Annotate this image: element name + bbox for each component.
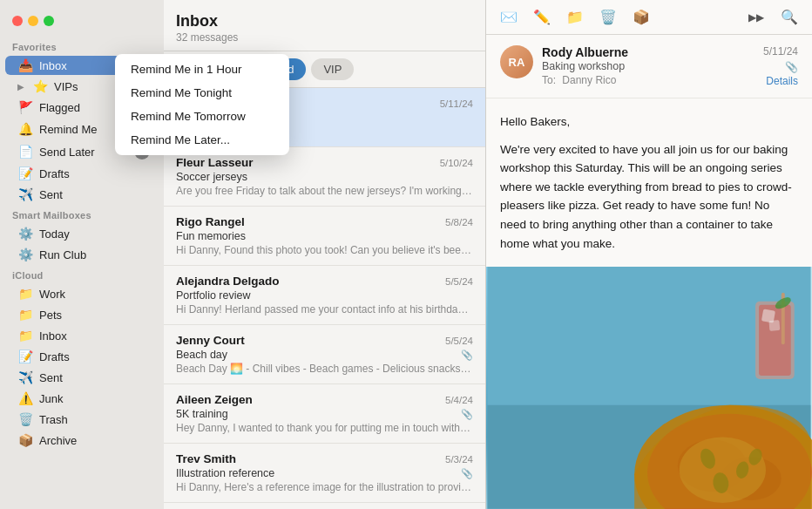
message-subject: Soccer jerseys bbox=[176, 171, 473, 183]
chevron-right-icon[interactable]: ▶▶ bbox=[746, 11, 767, 24]
message-item-jenny[interactable]: Jenny Court 5/5/24 Beach day 📎 Beach Day… bbox=[164, 325, 485, 384]
sidebar-item-run-club[interactable]: ⚙️ Run Club bbox=[5, 245, 159, 264]
sidebar-item-label: Junk bbox=[39, 392, 63, 405]
sent-icon: ✈️ bbox=[17, 187, 33, 201]
detail-toolbar: ✉️ ✏️ 📁 🗑️ 📦 ▶▶ 🔍 bbox=[486, 0, 812, 35]
icloud-label: iCloud bbox=[0, 265, 164, 283]
sidebar-item-label: Remind Me bbox=[39, 123, 97, 136]
sidebar-item-label: Drafts bbox=[39, 350, 70, 363]
avatar-initials: RA bbox=[509, 56, 525, 69]
to-name: Danny Rico bbox=[562, 74, 616, 86]
filter-vip[interactable]: VIP bbox=[311, 58, 354, 80]
sidebar-item-icloud-drafts[interactable]: 📝 Drafts bbox=[5, 347, 159, 366]
sidebar-item-label: Today bbox=[39, 227, 70, 241]
sidebar-item-label: Send Later bbox=[39, 146, 95, 159]
reply-icon[interactable]: ✉️ bbox=[498, 9, 519, 25]
sidebar-item-junk[interactable]: ⚠️ Junk bbox=[5, 389, 159, 408]
attachment-paperclip: 📎 bbox=[763, 61, 798, 73]
junk-icon: ⚠️ bbox=[17, 391, 33, 405]
flag-icon: 🚩 bbox=[17, 100, 33, 114]
details-link[interactable]: Details bbox=[763, 75, 798, 87]
remind-tomorrow[interactable]: Remind Me Tomorrow bbox=[115, 105, 289, 128]
email-body-text: We're very excited to have you all join … bbox=[500, 140, 798, 254]
sidebar-item-icloud-sent[interactable]: ✈️ Sent bbox=[5, 368, 159, 387]
reminder-dropdown: Remind Me in 1 Hour Remind Me Tonight Re… bbox=[115, 54, 289, 155]
today-icon: ⚙️ bbox=[17, 227, 33, 241]
message-date: 5/5/24 bbox=[445, 276, 473, 287]
drafts-icon: 📝 bbox=[17, 350, 33, 363]
run-club-icon: ⚙️ bbox=[17, 248, 33, 261]
message-preview: Beach Day 🌅 - Chill vibes - Beach games … bbox=[176, 363, 472, 375]
traffic-light-green[interactable] bbox=[44, 16, 54, 26]
message-item-trev[interactable]: Trev Smith 5/3/24 Illustration reference… bbox=[164, 444, 485, 503]
smart-mailboxes-label: Smart Mailboxes bbox=[0, 205, 164, 223]
remind-1hour[interactable]: Remind Me in 1 Hour bbox=[115, 58, 289, 81]
sidebar-item-work[interactable]: 📁 Work bbox=[5, 284, 159, 303]
email-detail: ✉️ ✏️ 📁 🗑️ 📦 ▶▶ 🔍 RA Rody Albuerne Bakin… bbox=[486, 0, 812, 509]
sidebar-item-label: Work bbox=[39, 288, 65, 301]
food-image-svg bbox=[486, 267, 812, 509]
sidebar-item-label: Pets bbox=[39, 309, 62, 322]
message-list-header: Inbox 32 messages bbox=[164, 0, 485, 51]
chevron-icon: ▶ bbox=[17, 82, 24, 92]
sidebar-item-sent[interactable]: ✈️ Sent bbox=[5, 185, 159, 204]
message-item-fleur[interactable]: Fleur Lasseur 5/10/24 Soccer jerseys Are… bbox=[164, 147, 485, 207]
attachment-icon: 📎 bbox=[461, 468, 473, 479]
drafts-icon: 📝 bbox=[17, 166, 33, 180]
sidebar-item-icloud-inbox[interactable]: 📁 Inbox bbox=[5, 326, 159, 345]
message-list: Inbox 32 messages Unread Remind VIP Rody… bbox=[164, 0, 486, 509]
message-date: 5/4/24 bbox=[445, 395, 473, 405]
message-preview: Hi Danny! Herland passed me your contact… bbox=[176, 303, 472, 316]
sender-name: Aileen Zeigen bbox=[176, 393, 253, 406]
favorites-label: Favorites bbox=[0, 37, 164, 55]
remind-later[interactable]: Remind Me Later... bbox=[115, 128, 289, 152]
sidebar-item-today[interactable]: ⚙️ Today bbox=[5, 224, 159, 243]
star-icon: ⭐ bbox=[32, 79, 48, 93]
sender-name: Jenny Court bbox=[176, 334, 245, 347]
email-from-name: Rody Albuerne bbox=[542, 45, 754, 59]
delete-icon[interactable]: 🗑️ bbox=[598, 9, 619, 25]
avatar: RA bbox=[500, 45, 533, 78]
message-subject: Portfolio review bbox=[176, 289, 473, 302]
email-date: 5/11/24 bbox=[763, 45, 798, 58]
archive-icon: 📦 bbox=[17, 433, 33, 447]
message-preview: Are you free Friday to talk about the ne… bbox=[176, 185, 472, 197]
sidebar-item-archive[interactable]: 📦 Archive bbox=[5, 431, 159, 450]
email-body: Hello Bakers, We're very excited to have… bbox=[486, 98, 812, 267]
compose-icon[interactable]: ✏️ bbox=[531, 9, 552, 25]
sidebar-item-trash[interactable]: 🗑️ Trash bbox=[5, 410, 159, 429]
message-preview: Hi Danny, Found this photo you took! Can… bbox=[176, 244, 472, 256]
sender-name: Fleur Lasseur bbox=[176, 156, 254, 169]
archive-icon[interactable]: 📦 bbox=[631, 9, 652, 25]
message-subject: Beach day 📎 bbox=[176, 349, 473, 361]
message-count: 32 messages bbox=[176, 31, 473, 44]
sidebar-item-label: Sent bbox=[39, 371, 63, 384]
message-date: 5/8/24 bbox=[445, 217, 473, 227]
message-item-alejandra[interactable]: Alejandra Delgado 5/5/24 Portfolio revie… bbox=[164, 266, 485, 325]
remind-tonight[interactable]: Remind Me Tonight bbox=[115, 81, 289, 105]
move-icon[interactable]: 📁 bbox=[565, 9, 585, 25]
sidebar-item-label: Trash bbox=[39, 413, 68, 426]
to-label: To: bbox=[542, 74, 556, 86]
sidebar-item-pets[interactable]: 📁 Pets bbox=[5, 305, 159, 324]
sidebar-item-drafts[interactable]: 📝 Drafts bbox=[5, 164, 159, 183]
traffic-light-yellow[interactable] bbox=[28, 16, 38, 26]
sidebar-item-label: Run Club bbox=[39, 248, 86, 261]
email-greeting: Hello Bakers, bbox=[500, 112, 798, 132]
sidebar-item-label: VIPs bbox=[54, 80, 78, 93]
traffic-light-red[interactable] bbox=[12, 16, 23, 26]
email-header: RA Rody Albuerne Baking workshop To: Dan… bbox=[486, 35, 812, 98]
sidebar-item-label: Sent bbox=[39, 188, 63, 201]
search-icon[interactable]: 🔍 bbox=[779, 9, 800, 25]
email-header-right: 5/11/24 📎 Details bbox=[763, 45, 798, 87]
sender-name: Rigo Rangel bbox=[176, 215, 245, 228]
sidebar-item-label: Drafts bbox=[39, 167, 70, 180]
message-subject: Illustration reference 📎 bbox=[176, 467, 473, 479]
message-item-rigo[interactable]: Rigo Rangel 5/8/24 Fun memories Hi Danny… bbox=[164, 207, 485, 266]
sidebar-item-label: Inbox bbox=[39, 329, 67, 343]
traffic-lights bbox=[0, 9, 164, 37]
bell-icon: 🔔 bbox=[17, 122, 33, 136]
sender-name: Trev Smith bbox=[176, 452, 236, 465]
message-item-aileen[interactable]: Aileen Zeigen 5/4/24 5K training 📎 Hey D… bbox=[164, 384, 485, 444]
message-date: 5/10/24 bbox=[440, 158, 473, 168]
